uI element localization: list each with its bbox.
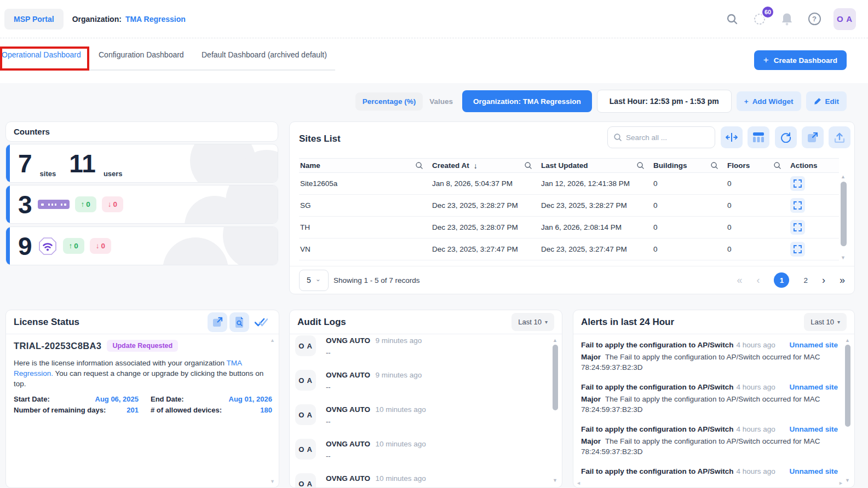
audit-user-name: OVNG AUTO bbox=[326, 371, 370, 379]
scroll-up-arrow[interactable]: ▲ bbox=[841, 174, 846, 179]
switch-down-trend-badge: ↓0 bbox=[102, 196, 123, 212]
scrollbar-thumb[interactable] bbox=[841, 182, 847, 246]
table-row[interactable]: TH Dec 23, 2025, 3:28:07 PM Jan 6, 2026,… bbox=[299, 217, 839, 239]
scroll-left-arrow[interactable]: ◄ bbox=[576, 480, 581, 486]
showing-records-text: Showing 1 - 5 of 7 records bbox=[334, 276, 420, 284]
export-icon[interactable] bbox=[829, 126, 850, 148]
license-approve-check-icon[interactable] bbox=[251, 312, 271, 332]
audit-log-entry[interactable]: O A OVNG AUTO 9 minutes ago -- bbox=[295, 335, 550, 357]
column-header-buildings[interactable]: Buildings bbox=[652, 161, 726, 170]
values-toggle[interactable]: Values bbox=[429, 97, 453, 106]
first-page-button[interactable]: « bbox=[737, 275, 742, 285]
expand-site-icon[interactable] bbox=[790, 220, 805, 235]
scroll-right-arrow[interactable]: ► bbox=[838, 480, 843, 486]
cell-floors: 0 bbox=[726, 201, 789, 210]
table-vertical-scrollbar[interactable]: ▲ ▼ bbox=[840, 174, 848, 260]
msp-portal-button[interactable]: MSP Portal bbox=[4, 9, 64, 30]
column-header-name[interactable]: Name bbox=[299, 161, 431, 170]
cell-floors: 0 bbox=[726, 223, 789, 231]
app-header: MSP Portal Organization: TMA Regression … bbox=[0, 0, 868, 38]
tab-configuration-dashboard[interactable]: Configuration Dashboard bbox=[99, 50, 184, 59]
alert-entry[interactable]: Fail to apply the configuration to AP/Sw… bbox=[581, 467, 838, 488]
percentage-toggle[interactable]: Percentage (%) bbox=[355, 92, 423, 111]
bell-icon[interactable] bbox=[780, 12, 794, 26]
add-widget-button[interactable]: + Add Widget bbox=[737, 91, 801, 111]
open-external-icon[interactable] bbox=[802, 126, 824, 148]
expand-site-icon[interactable] bbox=[790, 242, 805, 257]
page-2-button[interactable]: 2 bbox=[803, 276, 808, 284]
column-header-last-updated[interactable]: Last Updated bbox=[540, 161, 652, 170]
alert-site-link[interactable]: Unnamed site bbox=[784, 425, 838, 433]
create-dashboard-button[interactable]: + Create Dashboard bbox=[754, 50, 847, 70]
page-size-select[interactable]: 5 ⌄ bbox=[299, 270, 329, 291]
audit-log-entry[interactable]: O A OVNG AUTO 10 minutes ago bbox=[295, 473, 550, 488]
scroll-down-arrow[interactable]: ▼ bbox=[845, 478, 850, 483]
expand-site-icon[interactable] bbox=[790, 198, 805, 213]
alert-entry[interactable]: Fail to apply the configuration to AP/Sw… bbox=[581, 383, 838, 415]
time-range-picker[interactable]: Last Hour: 12:53 pm - 1:53 pm bbox=[597, 90, 732, 113]
license-field-label: Start Date: bbox=[14, 395, 50, 403]
column-header-floors[interactable]: Floors bbox=[726, 161, 789, 170]
audit-log-entry[interactable]: O A OVNG AUTO 10 minutes ago -- bbox=[295, 404, 550, 426]
switch-count: 3 bbox=[18, 192, 32, 217]
table-row[interactable]: Site12605a Jan 8, 2026, 5:04:37 PM Jan 1… bbox=[299, 173, 839, 195]
license-field-label: End Date: bbox=[151, 395, 184, 403]
table-row[interactable]: SG Dec 23, 2025, 3:28:27 PM Dec 23, 2025… bbox=[299, 195, 839, 217]
sort-desc-icon[interactable]: ↓ bbox=[474, 161, 478, 170]
column-header-created-at[interactable]: Created At ↓ bbox=[431, 161, 540, 170]
scrollbar-thumb[interactable] bbox=[845, 345, 850, 427]
alerts-vertical-scrollbar[interactable]: ▲ ▼ bbox=[845, 338, 852, 483]
column-search-icon[interactable] bbox=[636, 161, 645, 170]
page-1-button[interactable]: 1 bbox=[774, 272, 789, 288]
sites-search-input[interactable] bbox=[626, 133, 703, 142]
fit-width-icon[interactable] bbox=[721, 126, 743, 148]
organization-name-link[interactable]: TMA Regression bbox=[125, 15, 186, 24]
help-icon[interactable]: ? bbox=[807, 12, 821, 26]
organization-filter-button[interactable]: Organization: TMA Regression bbox=[462, 90, 592, 112]
audit-log-entry[interactable]: O A OVNG AUTO 9 minutes ago -- bbox=[295, 370, 550, 391]
top-band: MSP Portal Organization: TMA Regression … bbox=[0, 0, 868, 83]
refresh-icon[interactable] bbox=[775, 126, 797, 148]
tab-default-dashboard[interactable]: Default Dashboard (archived default) bbox=[202, 50, 327, 59]
alert-site-link[interactable]: Unnamed site bbox=[784, 383, 838, 391]
sync-spinner-icon[interactable]: 60 bbox=[752, 12, 767, 26]
scroll-down-arrow[interactable]: ▼ bbox=[270, 479, 275, 484]
scrollbar-thumb[interactable] bbox=[553, 345, 558, 410]
tab-operational-dashboard[interactable]: Operational Dashboard bbox=[2, 50, 81, 59]
counter-card-switches[interactable]: 3 ↑0 ↓0 bbox=[5, 185, 278, 224]
users-count-label: users bbox=[104, 170, 123, 178]
column-search-icon[interactable] bbox=[415, 161, 423, 170]
audit-log-entry[interactable]: O A OVNG AUTO 10 minutes ago -- bbox=[295, 439, 550, 460]
scroll-up-arrow[interactable]: ▲ bbox=[270, 338, 275, 343]
edit-button[interactable]: Edit bbox=[806, 91, 847, 111]
column-search-icon[interactable] bbox=[773, 161, 781, 170]
search-icon[interactable] bbox=[725, 12, 739, 26]
user-avatar[interactable]: O A bbox=[833, 8, 856, 30]
scroll-down-arrow[interactable]: ▼ bbox=[553, 478, 557, 483]
license-preview-document-icon[interactable] bbox=[229, 312, 249, 332]
license-field-value: 201 bbox=[127, 406, 139, 414]
alert-entry[interactable]: Fail to apply the configuration to AP/Sw… bbox=[581, 341, 838, 373]
alerts-range-dropdown[interactable]: Last 10 ▾ bbox=[804, 313, 847, 331]
columns-icon[interactable] bbox=[748, 126, 769, 148]
scroll-up-arrow[interactable]: ▲ bbox=[553, 338, 557, 343]
expand-site-icon[interactable] bbox=[790, 176, 805, 191]
column-search-icon[interactable] bbox=[710, 161, 718, 170]
counter-card-access-points[interactable]: 9 ↑0 ↓0 bbox=[5, 226, 278, 265]
alert-site-link[interactable]: Unnamed site bbox=[784, 467, 838, 475]
audit-vertical-scrollbar[interactable]: ▲ ▼ bbox=[553, 338, 559, 483]
column-search-icon[interactable] bbox=[524, 161, 532, 170]
license-open-external-icon[interactable] bbox=[208, 312, 227, 332]
last-page-button[interactable]: » bbox=[840, 275, 845, 285]
alert-entry[interactable]: Fail to apply the configuration to AP/Sw… bbox=[581, 425, 838, 457]
scroll-down-arrow[interactable]: ▼ bbox=[841, 255, 846, 260]
table-row[interactable]: VN Dec 23, 2025, 3:27:47 PM Dec 23, 2025… bbox=[299, 239, 839, 260]
sites-pagination: 5 ⌄ Showing 1 - 5 of 7 records « ‹ 1 2 ›… bbox=[290, 266, 854, 294]
next-page-button[interactable]: › bbox=[822, 275, 825, 285]
prev-page-button[interactable]: ‹ bbox=[756, 275, 760, 285]
scroll-up-arrow[interactable]: ▲ bbox=[845, 338, 850, 343]
alert-site-link[interactable]: Unnamed site bbox=[784, 341, 838, 349]
license-field: Start Date: Aug 06, 2025 bbox=[14, 395, 139, 403]
audit-logs-range-dropdown[interactable]: Last 10 ▾ bbox=[511, 313, 554, 331]
counter-card-sites-users[interactable]: 7 sites 11 users bbox=[5, 144, 278, 183]
